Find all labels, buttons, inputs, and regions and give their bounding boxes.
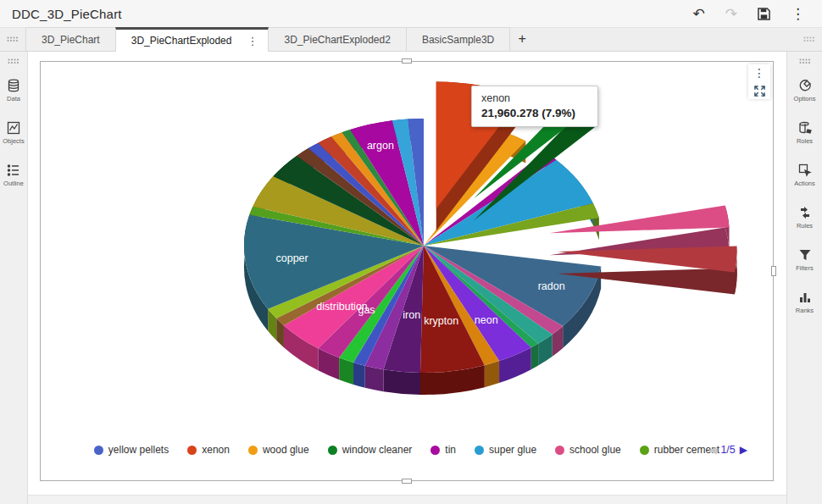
sidebar-item-label: Roles [797, 137, 813, 145]
sidebar-item-options[interactable]: Options [787, 79, 822, 102]
pie-slice-label: radon [538, 280, 565, 292]
page-title: DDC_3D_PieChart [12, 7, 122, 21]
legend-item-wood-glue[interactable]: wood glue [248, 444, 309, 456]
pie-slice-depth [531, 344, 538, 370]
legend-label: school glue [569, 444, 621, 456]
legend-label: xenon [202, 444, 230, 456]
sidebar-item-label: Options [794, 95, 816, 102]
sidebar-item-label: Data [7, 95, 20, 102]
pie-chart[interactable]: radonneonkryptonirongasdistributioncoppe… [41, 62, 775, 482]
legend-swatch-icon [555, 446, 564, 455]
chart-tooltip: xenon 21,960.278 (7.9%) [471, 86, 598, 127]
sidebar-item-actions[interactable]: Actions [787, 163, 822, 187]
roles-icon [798, 121, 812, 135]
titlebar-actions: ↶ ↷ ⋮ [693, 7, 811, 21]
sidebar-item-label: Outline [3, 180, 24, 187]
object-toolbar: ⋮ [748, 64, 770, 99]
right-sidebar: OptionsRolesActionsRulesFiltersRanks [786, 52, 822, 504]
add-tab-button[interactable]: + [509, 27, 535, 51]
sidebar-item-filters[interactable]: Filters [787, 248, 822, 272]
tab-label: BasicSample3D [422, 34, 494, 46]
tabbar-grip-left-icon[interactable] [0, 36, 25, 42]
filters-icon [798, 248, 812, 262]
tab-label: 3D_PieChartExploded2 [284, 34, 390, 46]
sidebar-item-roles[interactable]: Roles [787, 121, 822, 145]
tab-label: 3D_PieChartExploded [131, 35, 232, 47]
more-icon[interactable]: ⋮ [791, 7, 805, 21]
outline-icon [7, 163, 20, 177]
legend-next-icon[interactable]: ▶ [740, 444, 747, 456]
legend-swatch-icon [328, 446, 337, 455]
sidebar-item-objects[interactable]: Objects [0, 121, 27, 145]
undo-icon[interactable]: ↶ [693, 7, 705, 21]
ranks-icon [798, 291, 812, 304]
legend-item-yellow-pellets[interactable]: yellow pellets [94, 444, 169, 456]
resize-handle-bottom[interactable] [402, 479, 412, 484]
tab-label: 3D_PieChart [42, 34, 100, 46]
tab-3D_PieChart[interactable]: 3D_PieChart [25, 27, 116, 51]
tab-BasicSample3D[interactable]: BasicSample3D [406, 27, 510, 51]
left-sidebar: DataObjectsOutline [0, 52, 28, 504]
legend-prev-icon[interactable]: ◀ [708, 444, 716, 456]
legend-label: yellow pellets [108, 444, 169, 456]
sidebar-item-ranks[interactable]: Ranks [787, 291, 822, 314]
tabs: 3D_PieChart3D_PieChartExploded⋮3D_PieCha… [25, 27, 509, 51]
resize-handle-right[interactable] [771, 266, 776, 276]
sidebar-item-label: Filters [796, 264, 813, 272]
right-rail-grip-icon[interactable] [792, 58, 818, 64]
sidebar-item-outline[interactable]: Outline [0, 163, 27, 187]
pie-slice-label: neon [475, 314, 498, 326]
report-canvas: ⋮ radonneonkryptonirongasdistributioncop… [28, 52, 786, 504]
pie-slice-label: copper [275, 252, 308, 264]
legend-item-rubber-cement[interactable]: rubber cement [640, 444, 719, 456]
legend-item-super-glue[interactable]: super glue [475, 444, 536, 456]
sidebar-item-rules[interactable]: Rules [787, 206, 822, 230]
pie-slice-depth [383, 369, 420, 395]
sidebar-item-data[interactable]: Data [0, 79, 27, 102]
main-body: DataObjectsOutline ⋮ radonneonkryptoniro… [0, 52, 822, 504]
resize-handle-top[interactable] [402, 58, 412, 64]
legend-item-xenon[interactable]: xenon [187, 444, 230, 456]
sidebar-item-label: Objects [3, 137, 24, 145]
tabbar-grip-right-icon[interactable] [797, 36, 822, 42]
left-rail-grip-icon[interactable] [1, 58, 26, 64]
pie-slice-depth [485, 361, 499, 387]
tab-3D_PieChartExploded2[interactable]: 3D_PieChartExploded2 [268, 27, 406, 51]
legend-item-window-cleaner[interactable]: window cleaner [328, 444, 413, 456]
chart-legend: yellow pelletsxenonwood gluewindow clean… [41, 440, 773, 460]
legend-swatch-icon [640, 446, 649, 455]
canvas-bottom-edge [28, 495, 786, 504]
object-menu-icon[interactable]: ⋮ [753, 67, 765, 79]
legend-swatch-icon [430, 446, 440, 455]
redo-icon[interactable]: ↷ [725, 7, 737, 21]
legend-label: wood glue [263, 444, 309, 456]
legend-pagination: ◀ 1/5 ▶ [708, 440, 747, 460]
tab-3D_PieChartExploded[interactable]: 3D_PieChartExploded⋮ [115, 27, 269, 52]
chart-object-frame[interactable]: ⋮ radonneonkryptonirongasdistributioncop… [40, 61, 774, 481]
actions-icon [798, 163, 812, 177]
legend-item-school-glue[interactable]: school glue [555, 444, 621, 456]
objects-icon [7, 121, 20, 135]
tab-menu-icon[interactable]: ⋮ [243, 35, 261, 47]
legend-swatch-icon [475, 446, 484, 455]
tooltip-value: 21,960.278 (7.9%) [481, 107, 588, 119]
legend-item-tin[interactable]: tin [430, 444, 456, 456]
sidebar-item-label: Actions [794, 180, 815, 187]
pie-slice-label: iron [403, 309, 420, 321]
legend-label: tin [445, 444, 456, 456]
pie-slice-depth [353, 363, 365, 388]
title-bar: DDC_3D_PieChart ↶ ↷ ⋮ [0, 0, 822, 27]
pie-slice-label: argon [367, 140, 394, 152]
tab-bar: 3D_PieChart3D_PieChartExploded⋮3D_PieCha… [0, 27, 822, 52]
legend-page-count: 1/5 [720, 444, 735, 456]
legend-swatch-icon [187, 446, 197, 455]
options-icon [798, 79, 812, 92]
sidebar-item-label: Rules [797, 222, 813, 230]
data-icon [7, 79, 20, 92]
rules-icon [798, 206, 812, 219]
maximize-icon[interactable] [754, 86, 765, 97]
legend-label: super glue [489, 444, 536, 456]
save-icon[interactable] [758, 8, 770, 20]
legend-swatch-icon [94, 446, 103, 455]
sidebar-item-label: Ranks [796, 307, 814, 314]
